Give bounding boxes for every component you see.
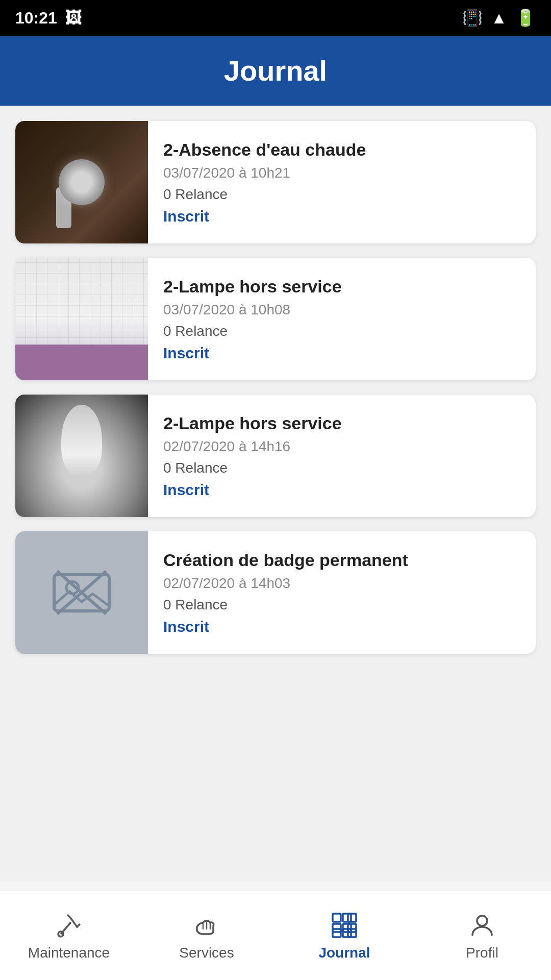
services-icon bbox=[191, 910, 222, 941]
svg-line-6 bbox=[68, 915, 70, 918]
card-date-2: 03/07/2020 à 10h08 bbox=[163, 302, 520, 318]
journal-card-2[interactable]: 2-Lampe hors service 03/07/2020 à 10h08 … bbox=[15, 258, 536, 380]
svg-rect-13 bbox=[348, 914, 356, 922]
card-relance-1: 0 Relance bbox=[163, 186, 520, 203]
bottom-spacer bbox=[15, 668, 536, 786]
services-label: Services bbox=[179, 945, 234, 961]
card-body-2: 2-Lampe hors service 03/07/2020 à 10h08 … bbox=[148, 258, 536, 380]
svg-rect-11 bbox=[343, 924, 351, 932]
nav-maintenance[interactable]: Maintenance bbox=[0, 905, 138, 966]
journal-label: Journal bbox=[318, 945, 370, 961]
journal-icon bbox=[329, 910, 360, 941]
card-title-2: 2-Lampe hors service bbox=[163, 277, 520, 297]
maintenance-icon bbox=[54, 910, 84, 941]
card-inscrit-2: Inscrit bbox=[163, 345, 520, 362]
card-inscrit-1: Inscrit bbox=[163, 208, 520, 225]
svg-rect-16 bbox=[343, 929, 351, 937]
card-title-1: 2-Absence d'eau chaude bbox=[163, 140, 520, 160]
content-area: 2-Absence d'eau chaude 03/07/2020 à 10h2… bbox=[0, 106, 551, 881]
no-image-icon bbox=[15, 531, 148, 654]
card-inscrit-4: Inscrit bbox=[163, 618, 520, 635]
svg-line-5 bbox=[77, 924, 80, 927]
journal-card-1[interactable]: 2-Absence d'eau chaude 03/07/2020 à 10h2… bbox=[15, 121, 536, 243]
svg-rect-8 bbox=[343, 914, 351, 922]
profil-label: Profil bbox=[466, 945, 498, 961]
card-date-3: 02/07/2020 à 14h16 bbox=[163, 438, 520, 455]
svg-rect-10 bbox=[333, 924, 341, 932]
svg-rect-17 bbox=[348, 929, 356, 937]
card-image-1 bbox=[15, 121, 148, 243]
page-header: Journal bbox=[0, 36, 551, 106]
card-image-3 bbox=[15, 395, 148, 517]
photo-icon: 🖼 bbox=[65, 9, 82, 28]
card-relance-2: 0 Relance bbox=[163, 323, 520, 339]
profil-icon bbox=[467, 910, 497, 941]
svg-rect-15 bbox=[333, 929, 341, 937]
card-body-4: Création de badge permanent 02/07/2020 à… bbox=[148, 531, 536, 654]
svg-rect-7 bbox=[333, 914, 341, 922]
card-inscrit-3: Inscrit bbox=[163, 481, 520, 499]
nav-profil[interactable]: Profil bbox=[413, 905, 551, 966]
card-title-3: 2-Lampe hors service bbox=[163, 413, 520, 433]
time-display: 10:21 bbox=[15, 9, 57, 28]
journal-card-3[interactable]: 2-Lampe hors service 02/07/2020 à 14h16 … bbox=[15, 395, 536, 517]
card-date-1: 03/07/2020 à 10h21 bbox=[163, 165, 520, 181]
nav-services[interactable]: Services bbox=[138, 905, 276, 966]
svg-point-18 bbox=[477, 916, 487, 926]
card-image-4 bbox=[15, 531, 148, 654]
nav-journal[interactable]: Journal bbox=[276, 905, 413, 966]
card-relance-4: 0 Relance bbox=[163, 597, 520, 613]
card-body-1: 2-Absence d'eau chaude 03/07/2020 à 10h2… bbox=[148, 121, 536, 243]
card-title-4: Création de badge permanent bbox=[163, 550, 520, 570]
maintenance-label: Maintenance bbox=[28, 945, 110, 961]
svg-rect-14 bbox=[348, 924, 356, 932]
battery-icon: 🔋 bbox=[515, 8, 536, 28]
status-bar-right: 📳 ▲ 🔋 bbox=[462, 8, 536, 28]
card-date-4: 02/07/2020 à 14h03 bbox=[163, 575, 520, 592]
bottom-navigation: Maintenance Services bbox=[0, 891, 551, 980]
card-body-3: 2-Lampe hors service 02/07/2020 à 14h16 … bbox=[148, 395, 536, 517]
status-bar: 10:21 🖼 📳 ▲ 🔋 bbox=[0, 0, 551, 36]
card-relance-3: 0 Relance bbox=[163, 460, 520, 476]
card-image-2 bbox=[15, 258, 148, 380]
journal-card-4[interactable]: Création de badge permanent 02/07/2020 à… bbox=[15, 531, 536, 654]
status-bar-left: 10:21 🖼 bbox=[15, 9, 82, 28]
vibrate-icon: 📳 bbox=[462, 8, 483, 28]
wifi-icon: ▲ bbox=[491, 9, 507, 28]
page-title: Journal bbox=[10, 54, 541, 87]
